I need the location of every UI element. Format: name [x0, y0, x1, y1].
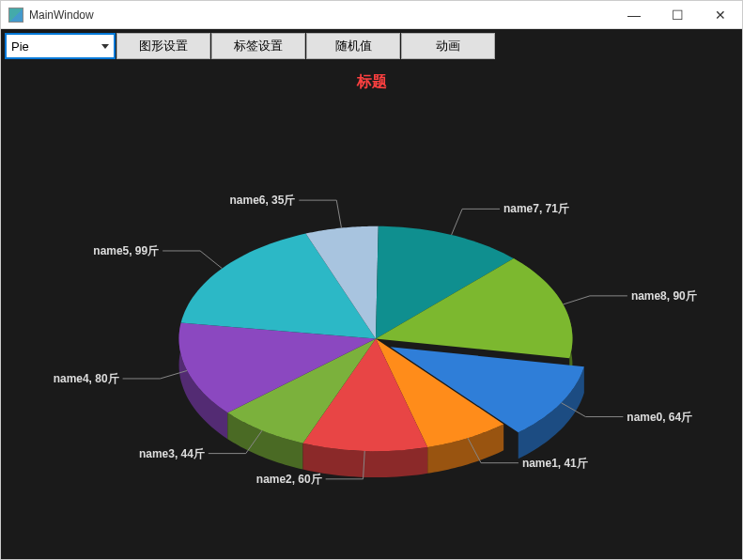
graph-settings-button[interactable]: 图形设置 — [116, 33, 210, 59]
pie-chart-area: name0, 64斤name1, 41斤name2, 60斤name3, 44斤… — [1, 86, 742, 559]
titlebar: MainWindow — ☐ ✕ — [1, 1, 742, 29]
slice-label: name0, 64斤 — [627, 411, 692, 424]
random-value-button[interactable]: 随机值 — [306, 33, 400, 59]
slice-label: name3, 44斤 — [139, 447, 205, 460]
label-settings-button[interactable]: 标签设置 — [211, 33, 305, 59]
main-window: MainWindow — ☐ ✕ Pie 图形设置 标签设置 随机值 动画 标题… — [0, 0, 743, 560]
label-leader — [452, 209, 500, 235]
slice-label: name8, 90斤 — [631, 289, 697, 303]
chart-type-value: Pie — [11, 39, 29, 54]
animation-button[interactable]: 动画 — [401, 33, 495, 59]
window-title: MainWindow — [29, 8, 94, 22]
chevron-down-icon — [101, 44, 109, 49]
pie-chart: name0, 64斤name1, 41斤name2, 60斤name3, 44斤… — [1, 86, 742, 559]
content-area: Pie 图形设置 标签设置 随机值 动画 标题 name0, 64斤name1,… — [1, 29, 742, 559]
toolbar: Pie 图形设置 标签设置 随机值 动画 — [1, 29, 742, 59]
maximize-button[interactable]: ☐ — [656, 1, 699, 29]
label-leader — [299, 200, 341, 227]
label-leader — [563, 296, 627, 304]
slice-label: name4, 80斤 — [54, 372, 119, 385]
app-icon — [8, 8, 23, 23]
chart-type-combo[interactable]: Pie — [5, 33, 116, 59]
slice-label: name5, 99斤 — [93, 244, 159, 257]
slice-label: name1, 41斤 — [522, 457, 588, 470]
slice-label: name2, 60斤 — [256, 473, 322, 486]
label-leader — [123, 370, 188, 379]
minimize-button[interactable]: — — [612, 1, 656, 29]
label-leader — [163, 251, 222, 269]
slice-label: name7, 71斤 — [503, 202, 569, 215]
slice-label: name6, 35斤 — [230, 194, 296, 207]
close-button[interactable]: ✕ — [699, 1, 742, 29]
